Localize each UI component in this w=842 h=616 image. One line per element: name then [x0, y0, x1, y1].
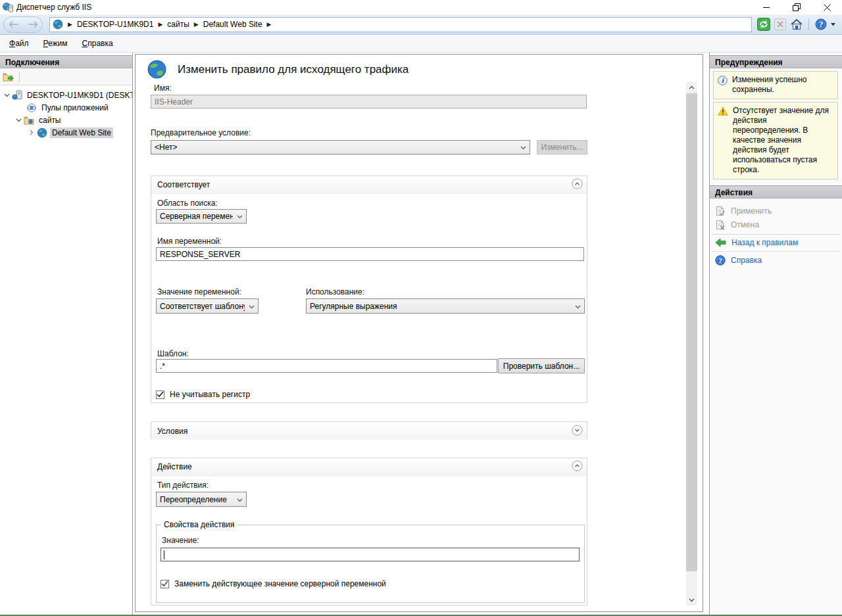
menu-file[interactable]: Файл	[9, 39, 29, 48]
address-box[interactable]: ▶ DESKTOP-U1MK9D1 ▶ сайты ▶ Default Web …	[49, 17, 752, 32]
breadcrumb-arrow-icon[interactable]: ▶	[158, 21, 162, 28]
action-type-value: Переопределение	[160, 495, 233, 504]
connections-toolbar	[0, 68, 132, 85]
chevron-down-icon	[249, 302, 255, 311]
title-bar: Диспетчер служб IIS	[0, 0, 842, 14]
test-pattern-button[interactable]: Проверить шаблон...	[498, 358, 585, 373]
connections-tree: DESKTOP-U1MK9D1 (DESKTOP Пулы приложений…	[0, 85, 132, 139]
tree-item-server[interactable]: DESKTOP-U1MK9D1 (DESKTOP	[0, 89, 132, 101]
action-type-select[interactable]: Переопределение	[156, 492, 247, 507]
ignore-case-label: Не учитывать регистр	[170, 390, 250, 399]
warning-alert-text: Отсутствует значение для действия переоп…	[733, 106, 835, 175]
page-title: Изменить правило для исходящего трафика	[178, 63, 409, 76]
app-icon	[3, 2, 13, 12]
tree-item-sites-label: сайты	[37, 115, 63, 126]
actions-divider	[711, 234, 841, 235]
tree-item-default-web-site-label: Default Web Site	[50, 128, 113, 138]
back-to-rules-label[interactable]: Назад к правилам	[731, 238, 798, 247]
warning-alert: Отсутствует значение для действия переоп…	[713, 102, 838, 179]
action-section-header[interactable]: Действие	[151, 458, 587, 476]
refresh-button[interactable]	[757, 18, 770, 31]
window-title: Диспетчер служб IIS	[16, 3, 91, 12]
chevron-down-icon	[237, 212, 243, 221]
ignore-case-checkbox[interactable]	[156, 391, 164, 399]
replace-value-checkbox[interactable]	[161, 580, 169, 588]
vertical-scrollbar[interactable]	[686, 82, 697, 605]
collapse-section-icon[interactable]	[572, 460, 583, 473]
action-section-title: Действие	[157, 462, 192, 471]
actions-divider	[711, 251, 841, 252]
breadcrumb-arrow-icon[interactable]: ▶	[267, 21, 272, 28]
actions-panel-header: Действия	[710, 185, 842, 199]
server-icon	[12, 90, 22, 101]
scrollbar-thumb[interactable]	[686, 93, 697, 571]
address-toolbar: ?	[757, 18, 835, 31]
tree-item-app-pools-label: Пулы приложений	[39, 103, 111, 113]
app-pools-icon	[26, 103, 37, 113]
help-action[interactable]: ? Справка	[710, 254, 842, 268]
variable-value-select[interactable]: Соответствует шаблону	[156, 298, 259, 314]
conditions-section: Условия	[151, 421, 587, 439]
close-button[interactable]	[812, 0, 842, 14]
match-section-header[interactable]: Соответствует	[151, 176, 587, 194]
precondition-value: <Нет>	[155, 143, 516, 152]
connect-folder-icon[interactable]	[3, 72, 14, 82]
collapse-icon[interactable]	[3, 93, 11, 97]
cancel-label: Отмена	[731, 220, 759, 229]
website-globe-icon	[37, 128, 47, 138]
replace-value-checkrow[interactable]: Заменить действующее значение серверной …	[161, 579, 386, 588]
menu-help[interactable]: Справка	[82, 39, 113, 48]
menu-view[interactable]: Режим	[43, 39, 68, 48]
home-button[interactable]	[790, 18, 803, 31]
tree-item-sites[interactable]: сайты	[0, 114, 132, 126]
minimize-button[interactable]	[751, 0, 781, 14]
ignore-case-checkrow[interactable]: Не учитывать регистр	[156, 390, 250, 399]
menu-bar: Файл Режим Справка	[0, 35, 842, 53]
tree-item-default-web-site[interactable]: Default Web Site	[0, 126, 132, 139]
back-icon[interactable]	[9, 21, 18, 28]
forward-icon[interactable]	[28, 21, 37, 28]
name-input	[151, 95, 587, 108]
help-circle-icon: ?	[715, 255, 726, 266]
nav-buttons	[3, 16, 43, 33]
conditions-section-header[interactable]: Условия	[151, 422, 587, 440]
scope-select[interactable]: Серверная переменн	[156, 209, 247, 224]
info-icon: i	[718, 76, 728, 85]
breadcrumb-arrow-icon: ▶	[68, 21, 72, 28]
svg-text:?: ?	[819, 20, 823, 29]
precondition-select[interactable]: <Нет>	[151, 140, 530, 154]
help-button[interactable]: ?	[814, 18, 828, 31]
stop-button	[774, 18, 787, 31]
action-value-input[interactable]	[161, 548, 580, 561]
expand-section-icon[interactable]	[572, 425, 583, 438]
help-label[interactable]: Справка	[731, 256, 762, 265]
pattern-input[interactable]	[156, 359, 497, 373]
apply-action: Применить	[710, 204, 842, 218]
info-alert-text: Изменения успешно сохранены.	[732, 75, 835, 95]
using-value: Регулярные выражения	[310, 302, 571, 311]
back-to-rules-action[interactable]: Назад к правилам	[710, 237, 842, 249]
scroll-up-icon[interactable]	[686, 82, 697, 93]
breadcrumb-item-server[interactable]: DESKTOP-U1MK9D1	[77, 20, 153, 29]
connections-panel-header: Подключения	[0, 55, 132, 68]
pattern-label: Шаблон:	[157, 349, 189, 358]
breadcrumb-item-sites[interactable]: сайты	[167, 20, 189, 29]
conditions-section-title: Условия	[157, 427, 187, 436]
variable-name-input[interactable]	[156, 247, 584, 261]
toolbar-divider	[808, 18, 809, 30]
breadcrumb-arrow-icon[interactable]: ▶	[194, 21, 199, 28]
restore-button[interactable]	[781, 0, 812, 14]
chevron-down-icon	[520, 143, 526, 152]
tree-item-app-pools[interactable]: Пулы приложений	[0, 101, 132, 114]
connections-panel: Подключения DESKTOP-U1MK9D1 (DESKTOP	[0, 53, 133, 615]
help-dropdown-icon[interactable]	[831, 23, 835, 26]
expand-icon[interactable]	[28, 130, 36, 135]
using-select[interactable]: Регулярные выражения	[306, 298, 585, 314]
collapse-icon[interactable]	[14, 118, 22, 122]
breadcrumb-item-default-web-site[interactable]: Default Web Site	[203, 20, 262, 29]
edit-precondition-button: Изменить...	[537, 140, 587, 154]
scroll-down-icon[interactable]	[686, 594, 697, 605]
precondition-label: Предварительное условие:	[151, 128, 251, 137]
variable-value-value: Соответствует шаблону	[160, 302, 245, 311]
collapse-section-icon[interactable]	[572, 178, 583, 191]
